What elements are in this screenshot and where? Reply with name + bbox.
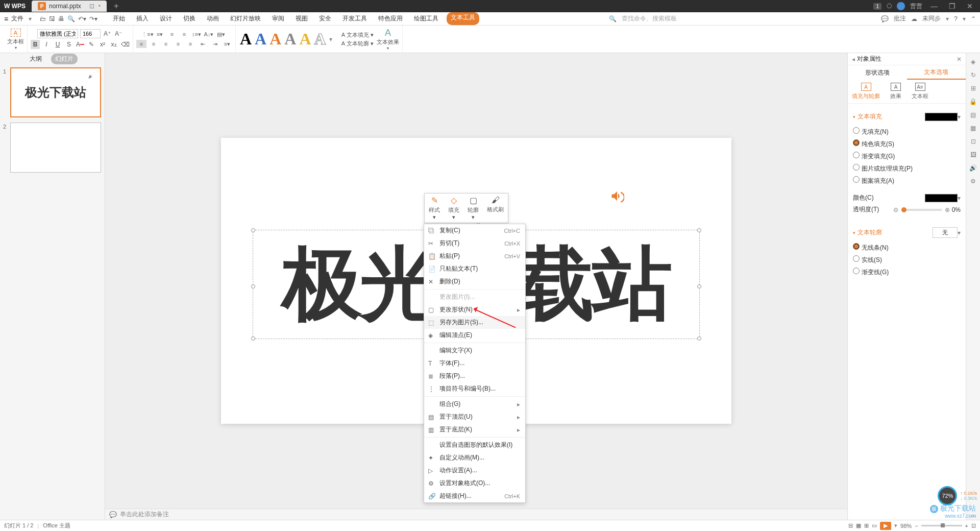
context-menu-item[interactable]: ⬚另存为图片(S)... (424, 316, 525, 329)
user-avatar[interactable] (897, 2, 905, 10)
context-menu-item[interactable]: 编辑文字(X) (424, 344, 525, 357)
outline-select[interactable]: 无 (933, 227, 958, 238)
tab-design[interactable]: 设计 (157, 12, 175, 25)
increase-font-icon[interactable]: A⁺ (103, 29, 112, 38)
sync-icon[interactable]: ☁ (911, 15, 917, 22)
italic-button[interactable]: I (42, 40, 51, 49)
wordart-style-2[interactable]: A (255, 30, 266, 49)
numbering-button[interactable]: ≡▾ (155, 30, 165, 38)
context-menu-item[interactable]: ⿻复制(C)Ctrl+C (424, 224, 525, 237)
resize-handle[interactable] (697, 228, 701, 232)
text-options-tab[interactable]: 文本选项 (907, 65, 966, 80)
open-icon[interactable]: 🗁 (40, 15, 46, 22)
text-fill-button[interactable]: A文本填充▾ (341, 31, 374, 39)
close-panel-icon[interactable]: ✕ (957, 56, 962, 63)
context-menu-item[interactable]: ◈编辑顶点(E) (424, 329, 525, 342)
context-menu-item[interactable]: ⋮项目符号和编号(B)... (424, 382, 525, 395)
print-icon[interactable]: 🖶 (58, 15, 64, 22)
shape-options-tab[interactable]: 形状选项 (848, 65, 907, 80)
document-tab[interactable]: P normal.pptx ⊡ • (32, 1, 107, 12)
wordart-style-6[interactable]: A (314, 30, 326, 49)
text-fill-section[interactable]: 文本填充 (853, 109, 882, 124)
align-left-button[interactable]: ≡ (136, 40, 146, 48)
tab-texttools[interactable]: 文本工具 (447, 12, 479, 25)
context-menu-item[interactable]: ≣段落(P)... (424, 370, 525, 382)
notification-badge[interactable]: 1 (873, 3, 881, 10)
font-name-select[interactable] (37, 29, 78, 38)
highlight-button[interactable]: ✎ (87, 40, 96, 49)
notes-toggle[interactable]: ⊟ (848, 522, 853, 529)
view-reading-icon[interactable]: ▭ (872, 522, 877, 529)
gradient-fill-radio[interactable]: 渐变填充(G) (853, 152, 895, 161)
slideshow-button[interactable]: ▶ (880, 522, 891, 530)
side-icon-9[interactable]: 🔊 (969, 164, 977, 172)
hamburger-icon[interactable]: ≡ (4, 15, 8, 23)
tab-devtools[interactable]: 开发工具 (339, 12, 370, 25)
outline-tab[interactable]: 大纲 (26, 54, 46, 64)
text-outline-section[interactable]: 文本轮廓 (853, 225, 882, 240)
thumbnail-1[interactable]: 极光下载站 🔊 (10, 67, 101, 117)
align-justify-button[interactable]: ≡ (173, 40, 183, 48)
align-right-button[interactable]: ≡ (161, 40, 171, 48)
side-icon-6[interactable]: ▦ (970, 125, 976, 132)
wordart-style-3[interactable]: A (270, 30, 281, 49)
subscript-button[interactable]: x₂ (109, 40, 118, 49)
text-outline-button[interactable]: A文本轮廓▾ (341, 40, 374, 47)
bullets-button[interactable]: ⋮≡▾ (142, 30, 153, 38)
tab-insert[interactable]: 插入 (133, 12, 152, 25)
side-icon-2[interactable]: ↻ (971, 71, 976, 79)
resize-handle[interactable] (251, 228, 255, 232)
view-sorter-icon[interactable]: ⊞ (864, 522, 869, 529)
zoom-in-button[interactable]: + (965, 523, 968, 529)
pattern-fill-radio[interactable]: 图案填充(A) (853, 176, 894, 185)
wordart-style-1[interactable]: A (240, 30, 252, 49)
tab-view[interactable]: 视图 (292, 12, 311, 25)
fill-color-swatch[interactable] (925, 113, 958, 121)
close-button[interactable]: ✕ (964, 2, 976, 10)
collapse-ribbon-icon[interactable]: ⌃ (971, 15, 976, 22)
mini-outline-button[interactable]: ▢轮廓▾ (463, 194, 483, 223)
canvas-viewport[interactable]: 极光下载站 ✎样式▾ ◇填充▾ ▢轮廓▾ 🖌格式刷 ⿻复制(C)Ctrl+C✂剪… (105, 53, 847, 509)
tab-start[interactable]: 开始 (110, 12, 128, 25)
thumbnail-2[interactable] (10, 123, 101, 173)
add-tab-button[interactable]: + (114, 2, 118, 11)
underline-button[interactable]: U (53, 40, 62, 49)
context-menu-item[interactable]: T字体(F)... (424, 357, 525, 370)
side-icon-5[interactable]: ▤ (970, 111, 976, 118)
wordart-style-5[interactable]: A (299, 30, 311, 49)
color-picker[interactable] (925, 194, 958, 202)
textbox-button[interactable]: A 文本框▾ (7, 29, 24, 50)
context-menu-item[interactable]: ▢更改形状(N)▸ (424, 303, 525, 316)
undo-icon[interactable]: ↶▾ (78, 15, 86, 22)
strikethrough-button[interactable]: S (64, 40, 74, 49)
font-size-select[interactable] (80, 29, 101, 38)
context-menu-item[interactable]: 📋粘贴(P)Ctrl+V (424, 250, 525, 262)
side-icon-7[interactable]: ⊡ (971, 138, 976, 145)
side-icon-8[interactable]: 🖼 (970, 151, 976, 158)
sync-label[interactable]: 未同步 (922, 14, 941, 23)
resize-handle[interactable] (251, 284, 255, 288)
fill-outline-subtab[interactable]: A填充与轮廓 (852, 83, 880, 100)
tab-slideshow[interactable]: 幻灯片放映 (227, 12, 264, 25)
wordart-more-icon[interactable]: ▾ (329, 36, 332, 43)
context-menu-item[interactable]: ✂剪切(T)Ctrl+X (424, 237, 525, 250)
audio-icon[interactable] (610, 189, 624, 207)
performance-widget[interactable]: 72% ↑ 0.1K/s ↓ 0.3K/s (938, 486, 977, 505)
decrease-font-icon[interactable]: A⁻ (114, 29, 123, 38)
bold-button[interactable]: B (31, 40, 40, 49)
side-icon-10[interactable]: ⚙ (970, 178, 976, 185)
resize-handle[interactable] (251, 336, 255, 341)
para-more-button[interactable]: ≡▾ (222, 40, 232, 48)
cloud-icon[interactable]: ⎔ (887, 3, 892, 10)
tab-review[interactable]: 审阅 (269, 12, 287, 25)
tab-animation[interactable]: 动画 (204, 12, 222, 25)
comments-label[interactable]: 批注 (894, 14, 906, 23)
clear-format-button[interactable]: ⌫ (120, 40, 130, 49)
context-menu-item[interactable]: ✕删除(D) (424, 275, 525, 288)
context-menu-item[interactable]: 组合(G)▸ (424, 398, 525, 411)
fit-button[interactable]: ⊡ (971, 522, 976, 529)
mini-style-button[interactable]: ✎样式▾ (425, 194, 444, 223)
tab-transition[interactable]: 切换 (180, 12, 199, 25)
mini-fill-button[interactable]: ◇填充▾ (444, 194, 463, 223)
help-icon[interactable]: ? (954, 15, 958, 22)
